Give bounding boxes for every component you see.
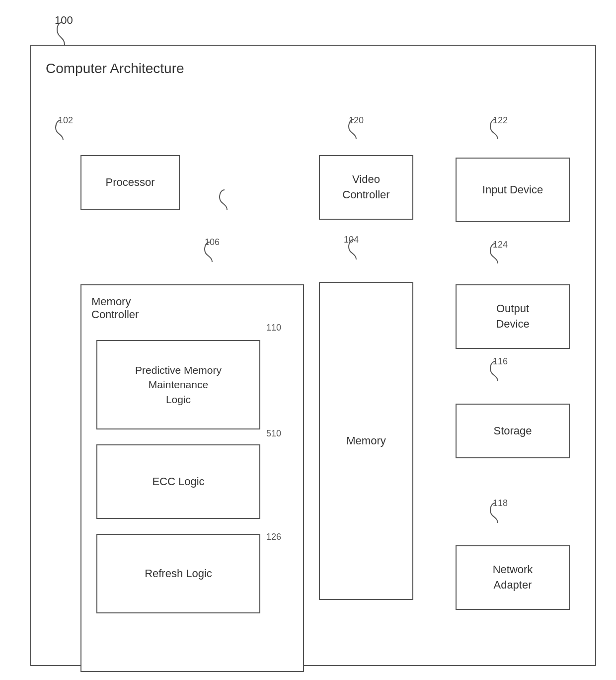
output-device-box: OutputDevice [456, 284, 570, 349]
memory-box: Memory [319, 282, 413, 600]
memory-label: Memory [346, 434, 385, 447]
processor-ref: 102 [58, 115, 73, 126]
memory-controller-label: MemoryController [91, 295, 139, 321]
od-label: OutputDevice [496, 301, 529, 332]
na-label: NetworkAdapter [493, 562, 533, 593]
pmml-box: Predictive MemoryMaintenanceLogic [96, 340, 260, 429]
memory-controller-box: MemoryController 110 Predictive MemoryMa… [80, 284, 304, 672]
pmml-label: Predictive MemoryMaintenanceLogic [135, 363, 222, 407]
ecc-box: ECC Logic [96, 444, 260, 519]
processor-label: Processor [105, 176, 154, 189]
outer-box: Computer Architecture [30, 45, 596, 666]
od-ref: 124 [493, 240, 508, 250]
refresh-box: Refresh Logic [96, 534, 260, 613]
diagram-title: Computer Architecture [46, 61, 184, 77]
refresh-label: Refresh Logic [145, 567, 212, 580]
refresh-ref: 126 [266, 532, 281, 542]
id-label: Input Device [482, 183, 543, 196]
na-ref: 118 [493, 498, 508, 509]
fig-number-arrow [52, 20, 82, 47]
ecc-ref: 510 [266, 428, 281, 439]
id-ref: 122 [493, 115, 508, 126]
video-controller-box: VideoController [319, 155, 413, 220]
processor-box: Processor [80, 155, 180, 210]
storage-label: Storage [493, 425, 532, 437]
storage-box: Storage [456, 404, 570, 458]
memory-ref: 104 [344, 235, 359, 245]
network-adapter-box: NetworkAdapter [456, 545, 570, 610]
pmml-ref: 110 [266, 323, 281, 333]
input-device-box: Input Device [456, 158, 570, 222]
mem-ctrl-ref: 106 [205, 237, 220, 248]
vc-label: VideoController [342, 172, 389, 203]
diagram-container: 100 Computer Architecture [0, 0, 616, 680]
ecc-label: ECC Logic [152, 475, 204, 488]
storage-ref: 116 [493, 356, 508, 367]
vc-ref: 120 [349, 115, 364, 126]
